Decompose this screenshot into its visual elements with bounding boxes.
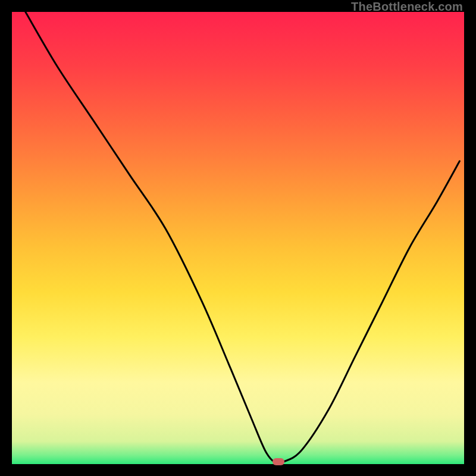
bottleneck-curve: [26, 12, 460, 464]
optimum-marker: [273, 458, 284, 465]
curve-svg: [12, 12, 464, 464]
plot-area: [12, 12, 464, 464]
chart-frame: TheBottleneck.com: [0, 0, 476, 476]
